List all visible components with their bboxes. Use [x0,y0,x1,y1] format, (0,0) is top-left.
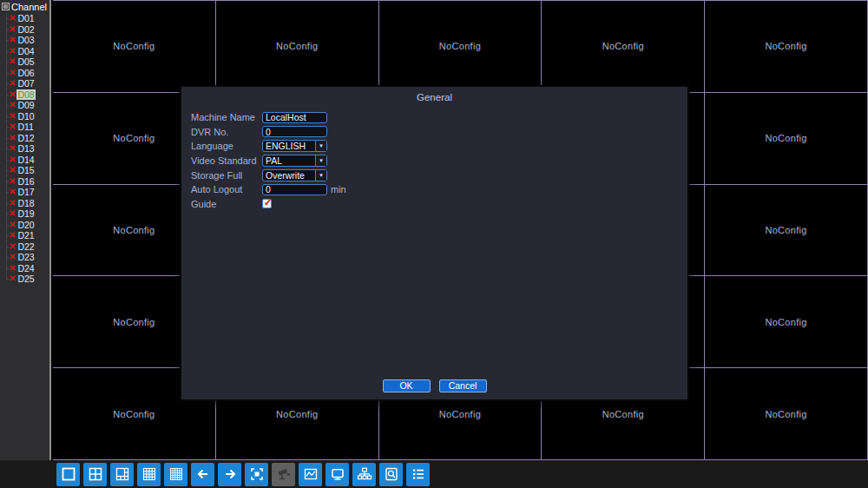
channel-label: D20 [16,220,35,230]
noconfig-label: NoConfig [113,317,155,327]
channel-item-D02[interactable]: D02 [0,24,49,36]
view-sixteen-icon [141,466,157,482]
channel-item-D05[interactable]: D05 [0,56,49,68]
channel-item-D08[interactable]: D08 [0,89,49,101]
machine-name-label: Machine Name [191,112,262,122]
ok-button[interactable]: OK [383,379,431,392]
auto-logout-label: Auto Logout [191,184,262,195]
prev-channel-button[interactable] [191,463,214,486]
channel-item-D16[interactable]: D16 [0,176,49,188]
channel-label: D23 [16,252,35,262]
noconfig-label: NoConfig [765,41,806,51]
video-standard-label: Video Standard [191,155,262,166]
channel-item-D12[interactable]: D12 [0,133,49,144]
channel-label: D02 [16,24,35,35]
channel-item-D13[interactable]: D13 [0,143,49,155]
general-settings-dialog: General Machine Name DVR No. Language EN… [180,85,689,401]
video-cell[interactable]: NoConfig [542,1,704,92]
offline-x-icon [9,155,16,164]
channel-item-D14[interactable]: D14 [0,155,49,166]
offline-x-icon [9,90,16,99]
channel-label: D17 [16,187,35,197]
video-cell[interactable]: NoConfig [705,1,867,92]
channel-label: D03 [16,35,35,45]
channel-item-D25[interactable]: D25 [0,274,49,285]
noconfig-label: NoConfig [765,133,806,143]
channel-list-button[interactable] [406,463,430,486]
dvr-app: Channel D01D02D03D04D05D06D07D08D09D10D1… [0,0,868,488]
chevron-down-icon [315,155,326,166]
channel-item-D20[interactable]: D20 [0,220,49,231]
channel-label: D10 [16,111,35,122]
noconfig-label: NoConfig [602,409,644,419]
channel-label: D06 [16,68,35,78]
cancel-button[interactable]: Cancel [439,379,487,392]
language-select-value: ENGLISH [263,141,315,151]
channel-item-D19[interactable]: D19 [0,208,49,220]
video-cell[interactable]: NoConfig [53,1,215,92]
channel-item-D18[interactable]: D18 [0,198,49,209]
channel-label: D18 [16,198,35,208]
channel-item-D04[interactable]: D04 [0,46,49,57]
view-quad-button[interactable] [83,463,107,486]
channel-item-D17[interactable]: D17 [0,187,49,198]
hdd-search-icon [384,466,399,482]
channel-label: D22 [16,241,35,252]
channel-label: D12 [16,133,35,143]
auto-logout-input[interactable] [262,184,327,195]
video-cell[interactable]: NoConfig [379,1,542,92]
channel-item-D21[interactable]: D21 [0,230,49,241]
video-cell[interactable]: NoConfig [705,368,867,459]
channel-item-D06[interactable]: D06 [0,68,49,79]
network-topology-button[interactable] [352,463,376,486]
channel-item-D01[interactable]: D01 [0,13,49,24]
view-sixteen-button[interactable] [137,463,161,486]
fullscreen-button[interactable] [245,463,268,486]
video-cell[interactable]: NoConfig [705,93,867,184]
machine-name-input[interactable] [262,112,327,123]
language-select[interactable]: ENGLISH [262,140,327,152]
waveform-monitor-icon [303,466,319,482]
offline-x-icon [9,264,16,273]
channel-label: D07 [16,78,35,89]
video-cell[interactable]: NoConfig [705,276,867,367]
noconfig-label: NoConfig [113,133,155,143]
channel-item-D10[interactable]: D10 [0,111,49,122]
channel-tree-root-label: Channel [11,2,47,12]
channel-item-D15[interactable]: D15 [0,165,49,176]
ptz-camera-button[interactable] [272,463,295,486]
guide-checkbox[interactable] [262,199,272,208]
noconfig-label: NoConfig [276,41,318,51]
channel-item-D22[interactable]: D22 [0,241,49,253]
waveform-monitor-button[interactable] [299,463,322,486]
view-eight-button[interactable] [110,463,134,486]
channel-item-D24[interactable]: D24 [0,263,49,274]
dvr-no-input[interactable] [262,126,327,137]
video-cell[interactable]: NoConfig [216,1,378,92]
channel-item-D07[interactable]: D07 [0,78,49,89]
hdd-search-button[interactable] [379,463,403,486]
display-monitor-button[interactable] [326,463,349,486]
storage-full-select[interactable]: Overwrite [262,169,327,181]
offline-x-icon [9,188,16,196]
chevron-down-icon [315,170,326,181]
noconfig-label: NoConfig [439,41,481,51]
channel-item-D09[interactable]: D09 [0,100,49,111]
offline-x-icon [9,221,16,229]
video-standard-select[interactable]: PAL [262,155,327,167]
noconfig-label: NoConfig [113,409,155,419]
chevron-down-icon [315,141,326,151]
channel-item-D23[interactable]: D23 [0,252,49,263]
channel-item-D11[interactable]: D11 [0,122,49,133]
video-cell[interactable]: NoConfig [705,185,867,276]
view-single-button[interactable] [56,463,80,486]
network-topology-icon [357,466,372,482]
next-channel-button[interactable] [218,463,241,486]
view-twentyfive-button[interactable] [164,463,187,486]
offline-x-icon [9,47,16,56]
channel-list-icon [411,466,426,482]
dialog-title: General [181,87,687,102]
offline-x-icon [9,79,16,88]
channel-tree-root[interactable]: Channel [0,0,49,13]
channel-item-D03[interactable]: D03 [0,35,49,46]
